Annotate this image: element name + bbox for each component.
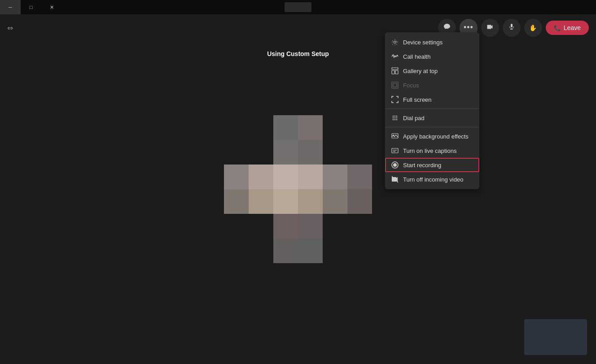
pixel-grid (224, 115, 372, 263)
pixel-cell-4-0 (224, 214, 249, 238)
pixel-cell-5-1 (249, 238, 273, 263)
resize-icon: ⇔ (7, 24, 13, 32)
pixel-cell-0-0 (224, 115, 249, 140)
menu-item-apply-background[interactable]: Apply background effects (385, 129, 479, 143)
call-left-controls: ⇔ (7, 24, 13, 32)
pixel-cell-1-3 (298, 140, 323, 165)
svg-rect-1 (392, 70, 394, 74)
leave-phone-icon: 📞 (554, 25, 561, 31)
main-content: ⇔ ••• (0, 14, 596, 364)
menu-item-gallery-at-top[interactable]: Gallery at top (385, 64, 479, 78)
call-area: ⇔ ••• (0, 14, 596, 364)
pixel-cell-4-4 (323, 214, 347, 238)
svg-point-8 (393, 117, 394, 118)
menu-item-dial-pad[interactable]: Dial pad (385, 111, 479, 125)
pixel-cell-3-0 (224, 189, 249, 214)
pixel-cell-4-3 (298, 214, 323, 238)
call-health-icon (391, 53, 399, 60)
call-label: Using Custom Setup (267, 50, 329, 57)
menu-item-full-screen[interactable]: Full screen (385, 92, 479, 107)
svg-point-10 (396, 117, 397, 118)
pixel-cell-5-2 (273, 238, 298, 263)
minimize-button[interactable]: ─ (0, 0, 21, 14)
gallery-at-top-label: Gallery at top (403, 68, 438, 74)
svg-point-20 (393, 163, 397, 167)
title-bar: ─ □ ✕ (0, 0, 596, 14)
leave-label: Leave (564, 24, 581, 31)
pixel-cell-0-3 (298, 115, 323, 140)
menu-item-focus: Focus (385, 78, 479, 92)
live-captions-label: Turn on live captions (403, 147, 456, 154)
pixel-cell-3-1 (249, 189, 273, 214)
device-settings-label: Device settings (403, 39, 443, 46)
svg-point-11 (393, 119, 394, 120)
pixel-cell-4-1 (249, 214, 273, 238)
start-recording-label: Start recording (403, 162, 441, 169)
apply-background-label: Apply background effects (403, 133, 469, 140)
pixel-cell-3-2 (273, 189, 298, 214)
pixel-cell-0-4 (323, 115, 347, 140)
svg-rect-16 (392, 148, 398, 153)
more-icon: ••• (464, 23, 473, 32)
close-button[interactable]: ✕ (41, 0, 62, 14)
pixel-cell-1-2 (273, 140, 298, 165)
svg-point-12 (394, 119, 395, 120)
pixel-cell-1-4 (323, 140, 347, 165)
pixel-cell-1-0 (224, 140, 249, 165)
device-settings-icon (391, 39, 399, 46)
chat-icon (443, 23, 451, 32)
pixel-cell-1-5 (347, 140, 372, 165)
turn-off-video-label: Turn off incoming video (403, 176, 463, 183)
title-bar-center-pill (285, 2, 311, 12)
focus-icon (391, 82, 399, 89)
svg-rect-3 (392, 82, 398, 88)
pixel-cell-2-5 (347, 165, 372, 189)
dial-pad-label: Dial pad (403, 115, 425, 121)
pixel-cell-0-2 (273, 115, 298, 140)
svg-point-15 (393, 135, 394, 136)
call-topbar: ⇔ ••• (0, 14, 596, 41)
video-icon (486, 23, 494, 32)
pixel-cell-5-3 (298, 238, 323, 263)
svg-rect-4 (393, 83, 397, 87)
menu-item-start-recording[interactable]: Start recording (385, 158, 479, 172)
maximize-button[interactable]: □ (21, 0, 41, 14)
dropdown-menu: Device settingsCall healthGallery at top… (385, 32, 479, 189)
pixel-cell-4-5 (347, 214, 372, 238)
divider-after-dial-pad (385, 127, 479, 127)
menu-item-turn-off-video[interactable]: Turn off incoming video (385, 172, 479, 186)
menu-item-live-captions[interactable]: Turn on live captions (385, 143, 479, 158)
video-button[interactable] (481, 19, 499, 37)
pixel-cell-4-2 (273, 214, 298, 238)
svg-point-13 (396, 119, 397, 120)
mic-icon (508, 23, 515, 32)
turn-off-video-icon (391, 176, 399, 183)
menu-item-call-health[interactable]: Call health (385, 49, 479, 64)
pixel-cell-2-3 (298, 165, 323, 189)
mic-button[interactable] (503, 19, 521, 37)
menu-item-device-settings[interactable]: Device settings (385, 35, 479, 49)
leave-button[interactable]: 📞 Leave (546, 21, 589, 35)
svg-point-6 (394, 116, 395, 117)
full-screen-icon (391, 96, 399, 103)
divider-after-full-screen (385, 108, 479, 109)
pixel-cell-3-4 (323, 189, 347, 214)
gallery-at-top-icon (391, 67, 399, 74)
pixel-cell-3-3 (298, 189, 323, 214)
pixel-cell-1-1 (249, 140, 273, 165)
hand-button[interactable]: ✋ (524, 19, 542, 37)
title-bar-controls: ─ □ ✕ (0, 0, 62, 14)
live-captions-icon (391, 147, 399, 154)
svg-point-7 (396, 116, 397, 117)
pixel-cell-2-4 (323, 165, 347, 189)
pixel-cell-0-1 (249, 115, 273, 140)
full-screen-label: Full screen (403, 96, 432, 103)
pixel-cell-2-0 (224, 165, 249, 189)
start-recording-icon (391, 161, 399, 169)
focus-label: Focus (403, 82, 419, 89)
dial-pad-icon (391, 114, 399, 121)
pixel-cell-0-5 (347, 115, 372, 140)
svg-point-5 (393, 116, 394, 117)
pixel-cell-5-4 (323, 238, 347, 263)
call-health-label: Call health (403, 53, 430, 60)
